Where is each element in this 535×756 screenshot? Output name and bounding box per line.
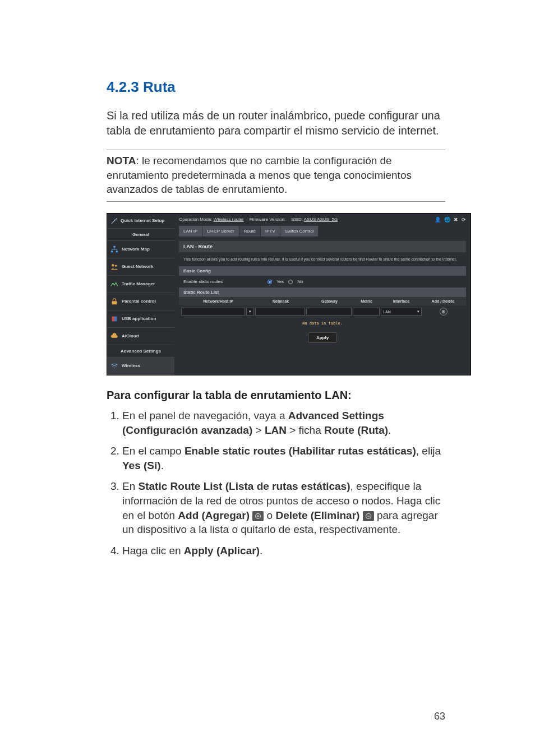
ssid-link[interactable]: ASUS ASUS_5G <box>304 217 338 222</box>
wifi-icon <box>110 362 118 370</box>
sidebar-label: Traffic Manager <box>122 281 155 286</box>
sidebar-label: AiCloud <box>122 333 139 338</box>
step-1: En el panel de navegación, vaya a Advanc… <box>122 409 445 437</box>
col-metric: Metric <box>353 299 381 303</box>
svg-rect-3 <box>116 251 118 253</box>
network-input[interactable] <box>181 308 245 316</box>
col-interface: Interface <box>380 299 422 303</box>
sidebar-item-network-map[interactable]: Network Map <box>107 241 174 258</box>
radio-no-label: No <box>297 279 303 284</box>
tab-bar: LAN IP DHCP Server Route IPTV Switch Con… <box>179 226 466 236</box>
radio-no[interactable] <box>288 280 293 284</box>
tab-dhcp[interactable]: DHCP Server <box>202 226 239 236</box>
wand-icon <box>110 217 118 225</box>
sidebar: Quick Internet Setup General Network Map… <box>107 214 174 375</box>
tab-switch[interactable]: Switch Control <box>280 226 319 236</box>
table-input-row: ▾ LAN▾ ⊕ <box>179 305 466 318</box>
network-icon <box>110 245 118 253</box>
intro-paragraph: Si la red utiliza más de un router inalá… <box>107 108 445 138</box>
main-panel: Operation Mode: Wireless router Firmware… <box>174 214 471 375</box>
panel-description: This function allows you to add routing … <box>179 254 466 266</box>
col-network: Network/Host IP <box>181 299 255 303</box>
sidebar-label: Network Map <box>122 247 150 252</box>
radio-yes[interactable] <box>268 280 272 284</box>
svg-rect-8 <box>114 317 117 322</box>
router-screenshot: Quick Internet Setup General Network Map… <box>107 213 471 375</box>
step-4: Haga clic en Apply (Aplicar). <box>122 544 445 558</box>
tab-iptv[interactable]: IPTV <box>261 226 280 236</box>
globe-icon[interactable]: 🌐 <box>444 217 450 222</box>
note-box: NOTA: le recomendamos que no cambie la c… <box>107 150 445 202</box>
netmask-input[interactable] <box>255 308 305 316</box>
network-dropdown[interactable]: ▾ <box>246 308 254 316</box>
gateway-input[interactable] <box>306 308 352 316</box>
enable-static-label: Enable static routes <box>183 279 223 284</box>
ssid-label: SSID: <box>291 217 303 222</box>
sidebar-item-wireless[interactable]: Wireless <box>107 358 174 375</box>
step-3: En Static Route List (Lista de rutas est… <box>122 479 445 537</box>
col-netmask: Netmask <box>255 299 306 303</box>
metric-input[interactable] <box>353 308 380 316</box>
fw-label: Firmware Version: <box>250 217 285 222</box>
sidebar-item-parental[interactable]: Parental control <box>107 293 174 310</box>
sidebar-section-general: General <box>107 229 174 241</box>
header-row: Operation Mode: Wireless router Firmware… <box>179 217 466 222</box>
traffic-icon <box>110 280 118 288</box>
user-icon[interactable]: 👤 <box>435 217 441 222</box>
apply-button[interactable]: Apply <box>308 332 337 343</box>
svg-point-5 <box>115 265 117 267</box>
lock-icon <box>110 298 118 305</box>
procedure-heading: Para configurar la tabla de enrutamiento… <box>107 389 445 402</box>
radio-yes-label: Yes <box>276 279 284 284</box>
sidebar-label: USB application <box>122 316 156 321</box>
sidebar-item-aicloud[interactable]: AiCloud <box>107 328 174 345</box>
svg-point-4 <box>112 264 114 266</box>
section-heading: 4.2.3 Ruta <box>107 78 445 96</box>
interface-select[interactable]: LAN▾ <box>381 308 422 316</box>
col-add-delete: Add / Delete <box>422 299 464 303</box>
svg-rect-2 <box>111 251 113 253</box>
panel-title: LAN - Route <box>179 241 466 252</box>
svg-point-0 <box>116 219 117 220</box>
add-icon <box>252 511 264 521</box>
basic-config-bar: Basic Config <box>179 266 466 276</box>
sidebar-item-guest[interactable]: Guest Network <box>107 258 174 276</box>
cloud-icon <box>110 332 118 340</box>
delete-icon <box>363 511 374 521</box>
sidebar-label-qis: Quick Internet Setup <box>121 218 164 223</box>
svg-rect-7 <box>112 317 114 322</box>
sidebar-label: Wireless <box>122 363 140 368</box>
svg-rect-1 <box>113 246 116 248</box>
enable-static-row: Enable static routes Yes No <box>179 276 466 287</box>
op-mode-label: Operation Mode: <box>179 217 213 222</box>
svg-rect-6 <box>112 301 117 304</box>
col-gateway: Gateway <box>306 299 353 303</box>
tab-lan-ip[interactable]: LAN IP <box>179 226 202 236</box>
static-list-bar: Static Route List <box>179 287 466 297</box>
no-data-text: No data in table. <box>179 318 466 329</box>
sidebar-item-usb[interactable]: USB application <box>107 310 174 328</box>
op-mode-link[interactable]: Wireless router <box>214 217 244 222</box>
note-body: : le recomendamos que no cambie la confi… <box>107 155 412 195</box>
usb-icon <box>110 315 118 323</box>
step-2: En el campo Enable static routes (Habili… <box>122 444 445 472</box>
sidebar-item-qis[interactable]: Quick Internet Setup <box>107 214 174 229</box>
page-number: 63 <box>434 711 445 722</box>
sidebar-label: Guest Network <box>122 264 153 269</box>
sidebar-section-advanced: Advanced Settings <box>107 345 174 358</box>
table-header: Network/Host IP Netmask Gateway Metric I… <box>179 297 466 305</box>
users-icon <box>110 263 118 271</box>
steps-list: En el panel de navegación, vaya a Advanc… <box>107 409 445 558</box>
note-label: NOTA <box>107 155 136 166</box>
reboot-icon[interactable]: ⟳ <box>462 217 466 222</box>
tab-route[interactable]: Route <box>239 226 261 236</box>
sidebar-item-traffic[interactable]: Traffic Manager <box>107 276 174 293</box>
unplug-icon[interactable]: ✖ <box>454 217 458 222</box>
sidebar-label: Parental control <box>122 299 156 304</box>
add-row-button[interactable]: ⊕ <box>440 308 448 316</box>
